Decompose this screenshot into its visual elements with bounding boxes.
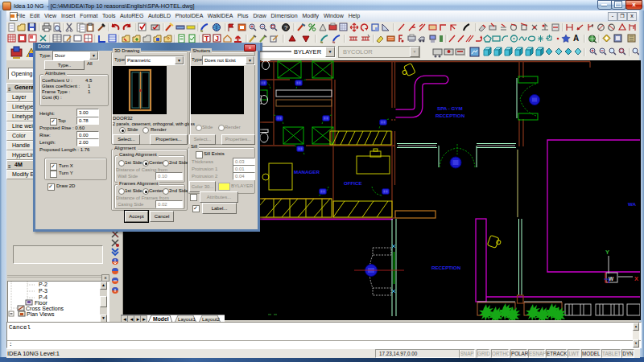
svg-text:Model: Model <box>153 316 169 322</box>
svg-text:Layout1: Layout1 <box>178 316 196 322</box>
svg-text:OFFICE: OFFICE <box>344 180 362 186</box>
svg-text:◄: ◄ <box>122 317 127 322</box>
svg-text:W: W <box>609 276 614 282</box>
svg-text:A: A <box>573 34 579 43</box>
svg-text:MANAGER: MANAGER <box>294 169 320 175</box>
svg-text:?: ? <box>284 24 288 31</box>
svg-text:Y: Y <box>605 249 609 256</box>
svg-text:►: ► <box>142 317 147 322</box>
svg-text:RECEPTION: RECEPTION <box>431 265 461 270</box>
svg-text:J: J <box>215 35 219 43</box>
svg-text:X: X <box>634 275 638 282</box>
svg-text:SPA - GYM: SPA - GYM <box>437 105 463 111</box>
svg-text:Layout2: Layout2 <box>202 316 221 322</box>
svg-text:RECEPTION: RECEPTION <box>436 113 465 118</box>
svg-text:◄: ◄ <box>130 317 134 322</box>
svg-text:►: ► <box>136 317 141 322</box>
svg-text:WA: WA <box>628 201 636 207</box>
svg-text:T: T <box>204 35 209 43</box>
